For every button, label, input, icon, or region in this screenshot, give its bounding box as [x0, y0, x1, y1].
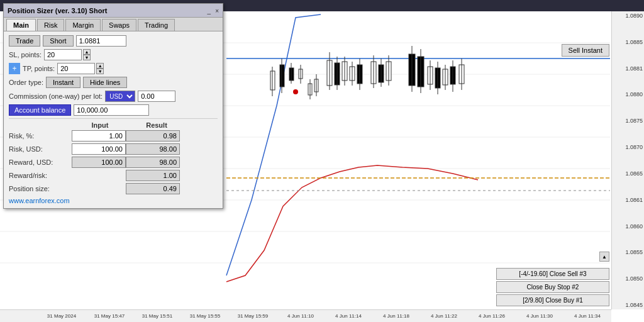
- price-2: 1.0885: [613, 39, 643, 45]
- trade-button[interactable]: Trade: [9, 35, 40, 47]
- time-9: 4 Jun 11:22: [420, 313, 468, 319]
- tp-plus-button[interactable]: +: [9, 63, 20, 74]
- commission-currency-select[interactable]: USD: [105, 91, 135, 102]
- col-input-header: Input: [72, 121, 128, 129]
- commission-value-input[interactable]: [138, 91, 175, 102]
- order-type-row: Order type: Instant Hide lines: [9, 77, 218, 88]
- scroll-up-button[interactable]: ▲: [599, 252, 609, 262]
- position-size-result: [126, 183, 180, 194]
- tp-spinner-group: ▲ ▼: [57, 63, 104, 74]
- svg-point-19: [293, 89, 298, 94]
- price-4: 1.0880: [613, 91, 643, 97]
- panel-body: Trade Short SL, points: ▲ ▼ + TP, points…: [4, 31, 223, 208]
- price-1: 1.0890: [613, 13, 643, 19]
- panel-titlebar: Position Sizer (ver. 3.10) Short _ ×: [4, 4, 223, 18]
- table-header: Input Result: [9, 121, 218, 129]
- tp-increment[interactable]: ▲: [96, 63, 104, 69]
- time-11: 4 Jun 11:30: [516, 313, 564, 319]
- time-7: 4 Jun 11:14: [325, 313, 372, 319]
- sl-spinner-group: ▲ ▼: [44, 49, 91, 60]
- divider: [9, 118, 218, 119]
- price-7: 1.0865: [613, 170, 643, 177]
- tp-decrement[interactable]: ▼: [96, 69, 104, 74]
- price-6: 1.0870: [613, 144, 643, 150]
- account-balance-row: Account balance: [9, 104, 218, 116]
- minimize-button[interactable]: _: [208, 8, 211, 14]
- sl-row: SL, points: ▲ ▼: [9, 49, 218, 60]
- tp-row: + TP, points: ▲ ▼: [9, 63, 218, 74]
- sl-decrement[interactable]: ▼: [83, 55, 91, 60]
- price-input[interactable]: [76, 35, 126, 47]
- risk-percent-input[interactable]: [72, 130, 126, 142]
- reward-usd-label: Reward, USD:: [9, 158, 72, 166]
- price-9: 1.0860: [613, 223, 643, 230]
- time-4: 31 May 15:55: [181, 313, 229, 319]
- price-3: 1.0881: [613, 65, 643, 72]
- trade-row: Trade Short: [9, 35, 218, 47]
- short-button[interactable]: Short: [43, 35, 73, 47]
- price-11: 1.0850: [613, 275, 643, 282]
- tab-margin[interactable]: Margin: [65, 19, 101, 31]
- reward-risk-label: Reward/risk:: [9, 172, 72, 179]
- chart-buttons-container: [-4/-19.60] Close Sell #3 Close Buy Stop…: [496, 268, 609, 306]
- reward-risk-row: Reward/risk:: [9, 170, 218, 181]
- tab-trading[interactable]: Trading: [138, 19, 175, 31]
- reward-usd-row: Reward, USD:: [9, 157, 218, 168]
- reward-usd-result: [126, 157, 180, 168]
- time-10: 4 Jun 11:26: [468, 313, 516, 319]
- sell-instant-button[interactable]: Sell Instant: [562, 44, 609, 57]
- time-6: 4 Jun 11:10: [277, 313, 325, 319]
- position-size-label: Position size:: [9, 185, 72, 192]
- time-1: 31 May 2024: [38, 313, 86, 319]
- commission-row: Commission (one-way) per lot: USD: [9, 91, 218, 102]
- time-2: 31 May 15:47: [86, 313, 133, 319]
- reward-risk-result: [126, 170, 180, 181]
- sl-increment[interactable]: ▲: [83, 49, 91, 55]
- close-buy-1-button[interactable]: [2/9.80] Close Buy #1: [496, 294, 609, 306]
- tp-spinner: ▲ ▼: [96, 63, 104, 74]
- time-12: 4 Jun 11:34: [564, 313, 611, 319]
- risk-percent-row: Risk, %:: [9, 130, 218, 142]
- order-type-label: Order type:: [9, 79, 43, 86]
- tp-input[interactable]: [57, 63, 95, 74]
- tab-risk[interactable]: Risk: [37, 19, 64, 31]
- panel-tabs: Main Risk Margin Swaps Trading: [4, 18, 223, 31]
- price-10: 1.0855: [613, 249, 643, 255]
- account-balance-value[interactable]: [74, 104, 149, 116]
- sl-input[interactable]: [44, 49, 82, 60]
- close-buy-stop-2-button[interactable]: Close Buy Stop #2: [496, 281, 609, 293]
- time-5: 31 May 15:59: [229, 313, 277, 319]
- price-5: 1.0875: [613, 118, 643, 124]
- sl-spinner: ▲ ▼: [83, 49, 91, 60]
- commission-label: Commission (one-way) per lot:: [9, 92, 103, 100]
- tab-swaps[interactable]: Swaps: [102, 19, 136, 31]
- website-url: www.earnforex.com: [9, 197, 218, 204]
- risk-usd-result: [126, 143, 180, 155]
- col-result-header: Result: [128, 121, 185, 129]
- account-balance-button[interactable]: Account balance: [9, 104, 71, 116]
- position-sizer-panel: Position Sizer (ver. 3.10) Short _ × Mai…: [3, 3, 223, 209]
- risk-usd-label: Risk, USD:: [9, 145, 72, 153]
- panel-title: Position Sizer (ver. 3.10) Short: [8, 7, 107, 14]
- sl-label: SL, points:: [9, 51, 42, 58]
- risk-percent-result: [126, 130, 180, 142]
- time-3: 31 May 15:51: [133, 313, 181, 319]
- hide-lines-button[interactable]: Hide lines: [83, 77, 127, 88]
- risk-percent-label: Risk, %:: [9, 132, 72, 140]
- price-8: 1.0861: [613, 197, 643, 203]
- close-sell-3-button[interactable]: [-4/-19.60] Close Sell #3: [496, 268, 609, 280]
- risk-usd-row: Risk, USD:: [9, 143, 218, 155]
- price-12: 1.0845: [613, 302, 643, 308]
- panel-controls: _ ×: [205, 7, 219, 14]
- position-size-row: Position size:: [9, 183, 218, 194]
- tab-main[interactable]: Main: [6, 19, 36, 31]
- close-button[interactable]: ×: [215, 8, 219, 14]
- risk-usd-input[interactable]: [72, 143, 126, 155]
- instant-button[interactable]: Instant: [46, 77, 80, 88]
- reward-usd-input[interactable]: [72, 157, 126, 168]
- tp-label: TP, points:: [23, 65, 55, 72]
- time-8: 4 Jun 11:18: [372, 313, 420, 319]
- price-axis: 1.0890 1.0885 1.0881 1.0880 1.0875 1.087…: [611, 11, 644, 309]
- time-axis: 31 May 2024 31 May 15:47 31 May 15:51 31…: [0, 309, 611, 322]
